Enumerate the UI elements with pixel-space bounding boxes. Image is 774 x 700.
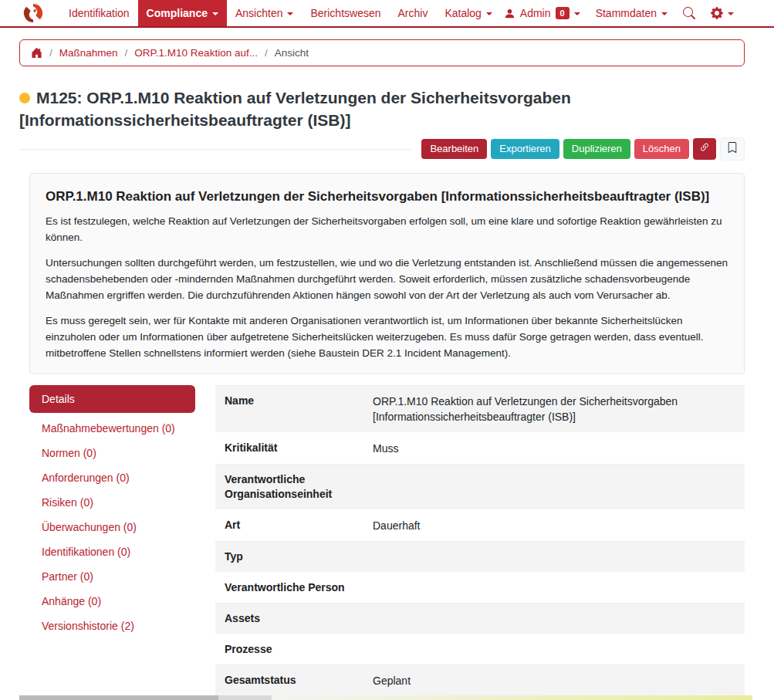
table-row: Typ [215, 542, 745, 573]
detail-value: Muss [367, 433, 745, 464]
detail-value [367, 634, 745, 664]
breadcrumb-link[interactable]: Maßnahmen [59, 47, 118, 59]
sidebar-tab[interactable]: Maßnahmebewertungen (0) [29, 416, 195, 441]
description-card: ORP.1.M10 Reaktion auf Verletzungen der … [29, 173, 745, 374]
nav-item[interactable]: Katalog [436, 0, 500, 26]
detail-value [367, 542, 745, 572]
sidebar-tab[interactable]: Details [29, 385, 195, 413]
caret-down-icon [728, 12, 734, 15]
sidebar-tab[interactable]: Risiken (0) [29, 490, 195, 515]
sidebar-tab[interactable]: Partner (0) [29, 564, 195, 589]
caret-down-icon [574, 12, 580, 15]
stammdaten-label: Stammdaten [596, 7, 657, 19]
user-icon [504, 8, 515, 19]
sidebar-tab[interactable]: Anhänge (0) [29, 589, 195, 614]
scrollbar-thumb[interactable] [19, 695, 218, 700]
sidebar-tabs: Details Maßnahmebewertungen (0) Normen (… [29, 385, 195, 638]
action-button[interactable]: Bearbeiten [421, 139, 487, 159]
nav-item[interactable]: Archiv [390, 0, 437, 26]
link-icon [699, 142, 710, 156]
navbar: Identifikation Compliance Ansichten Beri… [0, 0, 774, 28]
breadcrumb-separator: / [125, 47, 128, 59]
sidebar-tab[interactable]: Anforderungen (0) [29, 465, 195, 490]
nav-item[interactable]: Berichtswesen [302, 0, 389, 26]
nav-item[interactable]: Identifikation [60, 0, 138, 26]
status-gradient-bar [272, 695, 752, 700]
search-icon [683, 7, 695, 19]
detail-label: Gesamtstatus [215, 665, 367, 696]
detail-value: ORP.1.M10 Reaktion auf Verletzungen der … [367, 386, 745, 432]
table-row: Assets [215, 604, 745, 634]
page-title: M125: ORP.1.M10 Reaktion auf Verletzunge… [19, 86, 745, 131]
nav-item[interactable]: Compliance [138, 0, 227, 26]
nav-item-label: Berichtswesen [310, 7, 380, 19]
nav-item-label: Ansichten [235, 7, 282, 19]
home-icon [31, 47, 42, 59]
detail-value: Dauerhaft [367, 510, 745, 541]
description-paragraph: Untersuchungen sollten durchgeführt werd… [46, 255, 728, 303]
detail-label: Typ [215, 542, 367, 572]
description-paragraphs: Es ist festzulegen, welche Reaktion auf … [46, 213, 728, 361]
detail-label: Prozesse [215, 634, 367, 664]
stammdaten-menu[interactable]: Stammdaten [596, 7, 668, 19]
app-logo-icon[interactable] [23, 0, 43, 26]
detail-label: Name [215, 386, 367, 432]
breadcrumb-separator: / [265, 47, 268, 59]
caret-down-icon [287, 12, 293, 15]
details-table: Name ORP.1.M10 Reaktion auf Verletzungen… [215, 385, 745, 697]
breadcrumb-link[interactable]: ORP.1.M10 Reaktion auf... [134, 47, 258, 59]
content-row: Details Maßnahmebewertungen (0) Normen (… [29, 385, 745, 697]
horizontal-scrollbar [19, 695, 752, 700]
detail-label: Art [215, 510, 367, 541]
action-toolbar: Bearbeiten Exportieren Duplizieren Lösch… [19, 137, 745, 161]
sidebar-tab[interactable]: Identifikationen (0) [29, 539, 195, 564]
main-nav: Identifikation Compliance Ansichten Beri… [60, 0, 501, 26]
description-heading: ORP.1.M10 Reaktion auf Verletzungen der … [46, 187, 728, 206]
detail-label: Kritikalität [215, 433, 367, 464]
bookmark-icon [727, 142, 738, 156]
nav-item-label: Archiv [398, 7, 428, 19]
scrollbar-track [218, 695, 272, 700]
table-row: Kritikalität Muss [215, 433, 745, 465]
settings-menu[interactable] [711, 7, 734, 19]
nav-item[interactable]: Ansichten [227, 0, 302, 26]
sidebar-tab[interactable]: Überwachungen (0) [29, 515, 195, 539]
detail-value [367, 604, 745, 634]
sidebar-tab[interactable]: Versionshistorie (2) [29, 614, 195, 638]
nav-item-label: Compliance [147, 7, 208, 19]
sidebar-tab[interactable]: Normen (0) [29, 441, 195, 465]
caret-down-icon [661, 12, 668, 15]
detail-value: Geplant [367, 665, 745, 696]
divider [19, 149, 411, 150]
gear-icon [711, 7, 723, 19]
action-button[interactable]: Duplizieren [563, 139, 630, 159]
detail-value [367, 573, 745, 603]
user-label: Admin [520, 7, 551, 19]
table-row: Art Dauerhaft [215, 510, 745, 542]
detail-value [367, 465, 745, 509]
home-link[interactable] [31, 47, 42, 59]
caret-down-icon [486, 12, 492, 15]
breadcrumb: / Maßnahmen / ORP.1.M10 Reaktion auf... … [19, 39, 745, 66]
breadcrumb-items: / Maßnahmen / ORP.1.M10 Reaktion auf... … [49, 47, 309, 59]
table-row: Name ORP.1.M10 Reaktion auf Verletzungen… [215, 386, 745, 433]
breadcrumb-separator: / [49, 47, 52, 59]
nav-item-label: Identifikation [69, 7, 130, 19]
table-row: Prozesse [215, 634, 745, 665]
copy-link-button[interactable] [693, 138, 716, 160]
table-row: Verantwortliche Organisationseinheit [215, 465, 745, 510]
status-dot-icon [19, 93, 30, 103]
action-button[interactable]: Löschen [634, 139, 689, 159]
caret-down-icon [212, 12, 218, 15]
user-badge: 0 [556, 7, 570, 19]
detail-label: Verantwortliche Organisationseinheit [215, 465, 367, 509]
bookmark-button[interactable] [720, 137, 745, 161]
breadcrumb-link[interactable]: Ansicht [275, 47, 309, 59]
navbar-right: Admin 0 Stammdaten [504, 0, 774, 26]
action-button[interactable]: Exportieren [491, 139, 559, 159]
table-row: Gesamtstatus Geplant [215, 665, 745, 697]
nav-item-label: Katalog [444, 7, 481, 19]
search-button[interactable] [683, 7, 695, 19]
user-menu[interactable]: Admin 0 [504, 7, 580, 19]
table-row: Verantwortliche Person [215, 573, 745, 604]
